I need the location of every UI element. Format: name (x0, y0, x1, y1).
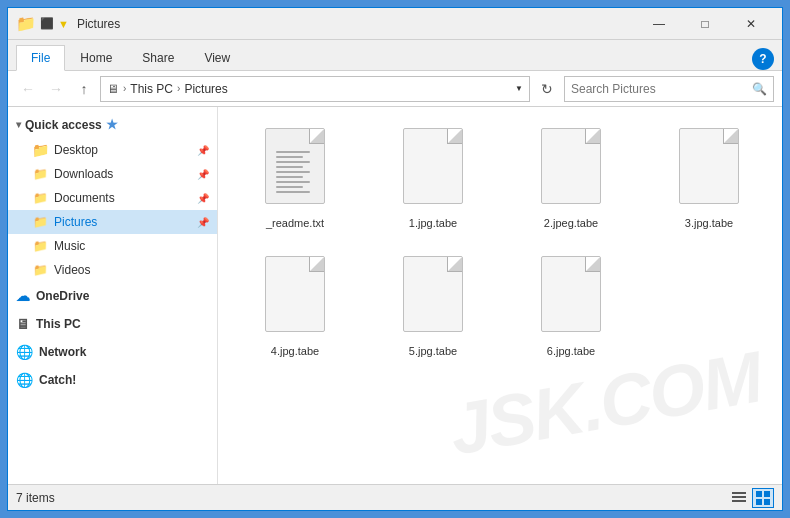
back-button[interactable]: ← (16, 77, 40, 101)
view-large-icon-button[interactable] (752, 488, 774, 508)
title-bar-icons: 📁 ⬛ ▼ (16, 14, 69, 33)
sidebar-item-downloads[interactable]: 📁 Downloads 📌 (8, 162, 217, 186)
large-icon-view-icon (756, 491, 770, 505)
file-name: 6.jpg.tabe (547, 344, 595, 358)
catch-icon: 🌐 (16, 372, 33, 388)
file-grid: _readme.txt 1.jpg.tabe 2.jpeg.tabe (230, 119, 770, 368)
quick-access-icon-1: ⬛ (40, 17, 54, 30)
sidebar-item-label: Documents (54, 191, 115, 205)
sidebar-item-label: Videos (54, 263, 90, 277)
file-item-6jpg[interactable]: 6.jpg.tabe (506, 247, 636, 367)
forward-button[interactable]: → (44, 77, 68, 101)
pin-icon: 📌 (197, 145, 209, 156)
sidebar-item-label: Downloads (54, 167, 113, 181)
file-icon-readme (259, 128, 331, 212)
star-icon: ★ (106, 117, 118, 132)
title-bar: 📁 ⬛ ▼ Pictures — □ ✕ (8, 8, 782, 40)
dropdown-arrow-icon[interactable]: ▼ (515, 84, 523, 93)
view-list-button[interactable] (728, 488, 750, 508)
file-icon-3jpg (673, 128, 745, 212)
tab-share[interactable]: Share (127, 44, 189, 70)
close-button[interactable]: ✕ (728, 8, 774, 40)
path-sep-1: › (123, 83, 126, 94)
pin-icon: 📌 (197, 169, 209, 180)
chevron-down-icon: ▾ (16, 119, 21, 130)
sidebar: ▾ Quick access ★ 📁 Desktop 📌 📁 Downloads… (8, 107, 218, 484)
sidebar-item-documents[interactable]: 📁 Documents 📌 (8, 186, 217, 210)
tab-home[interactable]: Home (65, 44, 127, 70)
view-buttons (728, 488, 774, 508)
file-icon-5jpg (397, 256, 469, 340)
file-item-2jpeg[interactable]: 2.jpeg.tabe (506, 119, 636, 239)
minimize-button[interactable]: — (636, 8, 682, 40)
sidebar-section-label: Catch! (39, 373, 76, 387)
address-path[interactable]: 🖥 › This PC › Pictures ▼ (100, 76, 530, 102)
folder-icon: 📁 (32, 190, 48, 206)
file-name: 5.jpg.tabe (409, 344, 457, 358)
sidebar-item-label: Pictures (54, 215, 97, 229)
file-item-readme[interactable]: _readme.txt (230, 119, 360, 239)
file-item-5jpg[interactable]: 5.jpg.tabe (368, 247, 498, 367)
search-input[interactable] (571, 82, 752, 96)
svg-rect-5 (756, 499, 762, 505)
title-bar-controls: — □ ✕ (636, 8, 774, 40)
tab-view[interactable]: View (189, 44, 245, 70)
refresh-button[interactable]: ↻ (534, 76, 560, 102)
sidebar-section-label: This PC (36, 317, 81, 331)
file-item-3jpg[interactable]: 3.jpg.tabe (644, 119, 774, 239)
sidebar-section-onedrive[interactable]: ☁ OneDrive (8, 282, 217, 310)
sidebar-section-label: Network (39, 345, 86, 359)
sidebar-item-videos[interactable]: 📁 Videos (8, 258, 217, 282)
folder-icon: 📁 (32, 214, 48, 230)
network-icon: 🌐 (16, 344, 33, 360)
svg-rect-2 (732, 500, 746, 502)
sidebar-item-music[interactable]: 📁 Music (8, 234, 217, 258)
folder-icon: 📁 (32, 166, 48, 182)
sidebar-section-network[interactable]: 🌐 Network (8, 338, 217, 366)
file-name: 4.jpg.tabe (271, 344, 319, 358)
file-item-4jpg[interactable]: 4.jpg.tabe (230, 247, 360, 367)
tab-file[interactable]: File (16, 45, 65, 71)
svg-rect-3 (756, 491, 762, 497)
file-name: 1.jpg.tabe (409, 216, 457, 230)
file-icon-6jpg (535, 256, 607, 340)
help-button[interactable]: ? (752, 48, 774, 70)
pc-icon: 🖥 (16, 316, 30, 332)
pin-icon: 📌 (197, 193, 209, 204)
file-icon-1jpg (397, 128, 469, 212)
file-name: 2.jpeg.tabe (544, 216, 598, 230)
status-count: 7 items (16, 491, 728, 505)
sidebar-section-this-pc[interactable]: 🖥 This PC (8, 310, 217, 338)
list-view-icon (732, 491, 746, 505)
file-item-1jpg[interactable]: 1.jpg.tabe (368, 119, 498, 239)
main-content: ▾ Quick access ★ 📁 Desktop 📌 📁 Downloads… (8, 107, 782, 484)
sidebar-section-label: OneDrive (36, 289, 89, 303)
search-icon: 🔍 (752, 82, 767, 96)
sidebar-item-label: Desktop (54, 143, 98, 157)
file-name: _readme.txt (266, 216, 324, 230)
path-sep-2: › (177, 83, 180, 94)
folder-icon: 📁 (32, 142, 48, 158)
window-icon: 📁 (16, 14, 36, 33)
search-box[interactable]: 🔍 (564, 76, 774, 102)
file-icon-2jpeg (535, 128, 607, 212)
sidebar-item-label: Music (54, 239, 85, 253)
maximize-button[interactable]: □ (682, 8, 728, 40)
svg-rect-6 (764, 499, 770, 505)
explorer-window: 📁 ⬛ ▼ Pictures — □ ✕ File Home Share Vie… (7, 7, 783, 511)
folder-icon: 📁 (32, 262, 48, 278)
sidebar-item-desktop[interactable]: 📁 Desktop 📌 (8, 138, 217, 162)
file-icon-4jpg (259, 256, 331, 340)
sidebar-section-header-label: Quick access (25, 118, 102, 132)
ribbon-tabs: File Home Share View ? (8, 40, 782, 70)
up-button[interactable]: ↑ (72, 77, 96, 101)
svg-rect-1 (732, 496, 746, 498)
window-title: Pictures (77, 17, 636, 31)
svg-rect-0 (732, 492, 746, 494)
sidebar-section-quick-access[interactable]: ▾ Quick access ★ (8, 111, 217, 138)
sidebar-item-pictures[interactable]: 📁 Pictures 📌 (8, 210, 217, 234)
status-bar: 7 items (8, 484, 782, 510)
sidebar-section-catch[interactable]: 🌐 Catch! (8, 366, 217, 394)
file-area[interactable]: JSK.COM (218, 107, 782, 484)
path-icon: 🖥 (107, 82, 119, 96)
